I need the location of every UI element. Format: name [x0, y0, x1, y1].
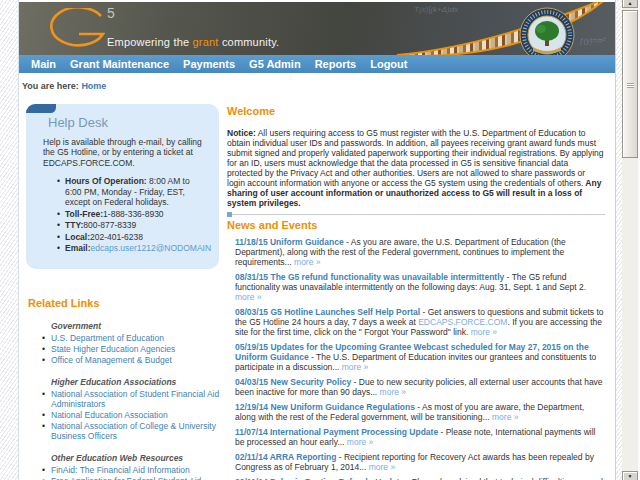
news-item-link[interactable]: 04/03/15 New Security Policy [235, 377, 351, 387]
related-links-list: National Association of Student Financia… [26, 389, 223, 441]
welcome-title: Welcome [227, 105, 605, 117]
news-item: 08/31/15 The G5 refund functionality was… [235, 272, 605, 302]
help-desk-title: Help Desk [48, 118, 205, 129]
list-item: National Association of Student Financia… [26, 389, 223, 409]
related-links-groups: GovernmentU.S. Department of EducationSt… [26, 321, 223, 480]
page: T(x)∫(k+Δ)dx ƒ(y)≈π² [18, 0, 616, 480]
related-links-group-heading: Higher Education Associations [51, 377, 223, 387]
help-desk-item: TTY:800-877-8339 [57, 220, 205, 231]
related-links-group-heading: Other Education Web Resources [51, 453, 223, 463]
nav-item-logout[interactable]: Logout [370, 58, 407, 70]
news-list: 11/18/15 Uniform Guidance - As you are a… [227, 237, 605, 480]
nav-item-grant-maintenance[interactable]: Grant Maintenance [70, 58, 169, 70]
help-desk-item-label: Hours Of Operation: [65, 176, 147, 186]
news-more-link[interactable]: more » [492, 412, 518, 422]
help-desk-panel: Help Desk Help is available through e-ma… [26, 104, 219, 269]
nav-item-g5-admin[interactable]: G5 Admin [249, 58, 301, 70]
related-link-finaid-the-financial-aid-infor[interactable]: FinAid: The Financial Aid Information [51, 465, 190, 475]
list-item: National Education Association [26, 410, 223, 420]
related-link-office-of-management-budget[interactable]: Office of Management & Budget [51, 355, 172, 365]
news-item: 05/19/15 Updates for the Upcoming Grante… [235, 342, 605, 372]
list-item: U.S. Department of Education [26, 333, 223, 343]
g5-logo [41, 8, 111, 54]
header-banner: T(x)∫(k+Δ)dx ƒ(y)≈π² [19, 2, 615, 55]
divider-square-icon [227, 212, 232, 217]
related-link-national-association-of-colleg[interactable]: National Association of College & Univer… [51, 421, 216, 441]
scrollbar-thumb[interactable] [622, 10, 638, 158]
scroll-down-button[interactable]: ▼ [622, 471, 638, 480]
news-item-link[interactable]: 11/18/15 Uniform Guidance [235, 237, 344, 247]
panel-corner-accent [26, 104, 56, 113]
news-more-link[interactable]: more » [380, 387, 406, 397]
list-item: Office of Management & Budget [26, 355, 223, 365]
news-item-link[interactable]: 12/19/14 New Uniform Guidance Regulation… [235, 402, 415, 412]
scrollbar-grip-icon [627, 83, 634, 88]
nav-item-main[interactable]: Main [31, 58, 56, 70]
help-desk-item-value: 1-888-336-8930 [103, 209, 164, 219]
help-desk-item: Hours Of Operation: 8:00 AM to 6:00 PM, … [57, 176, 205, 208]
news-item-link[interactable]: 02/11/14 ARRA Reporting [235, 452, 336, 462]
news-item-link[interactable]: 08/03/15 G5 Hotline Launches Self Help P… [235, 307, 420, 317]
sidebar: Help Desk Help is available through e-ma… [26, 97, 223, 480]
related-link-u-s-department-of-education[interactable]: U.S. Department of Education [51, 333, 164, 343]
news-item: 04/03/15 New Security Policy - Due to ne… [235, 377, 605, 397]
news-item: 12/19/14 New Uniform Guidance Regulation… [235, 402, 605, 422]
news-more-link[interactable]: more » [294, 257, 320, 267]
help-desk-list: Hours Of Operation: 8:00 AM to 6:00 PM, … [57, 176, 205, 254]
news-item-link[interactable]: 11/07/14 International Payment Processin… [235, 427, 438, 437]
help-desk-item-label: Email: [65, 243, 91, 253]
list-item: State Higher Education Agencies [26, 344, 223, 354]
help-desk-item: Email:edcaps.user1212@NODOMAIN [57, 243, 205, 254]
related-link-national-association-of-studen[interactable]: National Association of Student Financia… [51, 389, 219, 409]
department-of-education-seal [519, 7, 575, 55]
breadcrumb-prefix: You are here: [22, 81, 79, 91]
help-desk-item-value: 202-401-6238 [90, 232, 143, 242]
g5-logo-five: 5 [107, 5, 115, 21]
main-panel: Welcome Notice: All users requiring acce… [223, 97, 615, 480]
help-desk-item-label: Toll-Free: [65, 209, 103, 219]
news-title: News and Events [227, 219, 605, 231]
nav-item-reports[interactable]: Reports [315, 58, 357, 70]
nav-item-payments[interactable]: Payments [183, 58, 235, 70]
page-background: { "colors": { "accent_orange": "#ef8f00"… [0, 0, 640, 480]
related-links-group-heading: Government [51, 321, 223, 331]
related-link-national-education-association[interactable]: National Education Association [51, 410, 168, 420]
help-desk-item-label: TTY: [65, 220, 83, 230]
list-item: FinAid: The Financial Aid Information [26, 465, 223, 475]
news-item-link[interactable]: 08/31/15 The G5 refund functionality was… [235, 272, 504, 282]
section-divider [227, 214, 605, 215]
help-desk-email-link[interactable]: edcaps.user1212@NODOMAIN [91, 243, 212, 253]
scroll-up-button[interactable]: ▲ [622, 0, 638, 8]
help-desk-item: Local:202-401-6238 [57, 232, 205, 243]
list-item: Free Application for Federal Student Aid [26, 476, 223, 480]
list-item: National Association of College & Univer… [26, 421, 223, 441]
content: Help Desk Help is available through e-ma… [19, 97, 615, 480]
news-item: 08/03/15 G5 Hotline Launches Self Help P… [235, 307, 605, 337]
news-more-link[interactable]: more » [471, 327, 497, 337]
news-more-link[interactable]: more » [369, 462, 395, 472]
news-more-link[interactable]: more » [347, 437, 373, 447]
breadcrumb-home-link[interactable]: Home [81, 81, 106, 91]
help-desk-intro: Help is available through e-mail, by cal… [43, 137, 205, 169]
news-item: 02/11/14 ARRA Reporting - Recipient repo… [235, 452, 605, 472]
help-desk-item-label: Local: [65, 232, 90, 242]
related-links-list: FinAid: The Financial Aid InformationFre… [26, 465, 223, 480]
news-item: 11/18/15 Uniform Guidance - As you are a… [235, 237, 605, 267]
tagline: Empowering the grant community. [107, 36, 279, 48]
notice-text: Notice: All users requiring access to G5… [227, 128, 605, 208]
main-nav: MainGrant MaintenancePaymentsG5 AdminRep… [19, 55, 615, 73]
help-desk-item-value: 800-877-8339 [83, 220, 136, 230]
news-inline-link[interactable]: EDCAPS.FORCE.COM [418, 317, 507, 327]
vertical-scrollbar[interactable]: ▲ ▼ [622, 0, 638, 480]
bookshelf-graphic [379, 2, 614, 55]
help-desk-item: Toll-Free:1-888-336-8930 [57, 209, 205, 220]
news-more-link[interactable]: more » [235, 292, 261, 302]
related-link-state-higher-education-agencie[interactable]: State Higher Education Agencies [51, 344, 175, 354]
news-more-link[interactable]: more » [342, 362, 368, 372]
related-links-list: U.S. Department of EducationState Higher… [26, 333, 223, 365]
breadcrumb: You are here: Home [19, 73, 615, 97]
related-link-free-application-for-federal-s[interactable]: Free Application for Federal Student Aid [51, 476, 201, 480]
news-item: 11/07/14 International Payment Processin… [235, 427, 605, 447]
related-links-title: Related Links [28, 297, 223, 309]
